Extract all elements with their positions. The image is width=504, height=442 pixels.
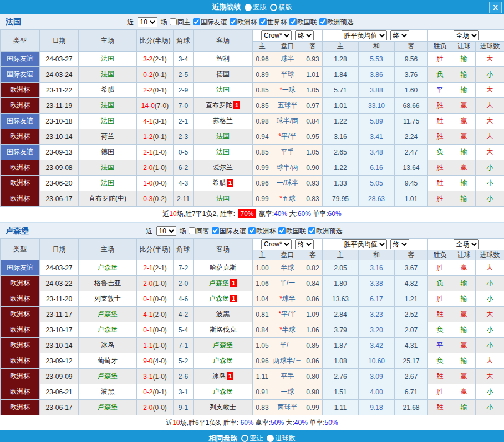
away-team-cell: 法国	[194, 145, 253, 160]
asian-handicap-label[interactable]: 亚让	[250, 434, 263, 442]
handicap-cell: 半球	[272, 67, 303, 83]
result-cell: 负	[428, 322, 452, 338]
competition-label: 欧洲杯	[237, 18, 257, 26]
odds-dd-cell: 胜平负均值终	[323, 239, 428, 250]
final-select[interactable]: 终	[390, 239, 409, 249]
horizontal-layout-label[interactable]: 横版	[279, 3, 292, 12]
score-cell: 2-0(1-0)	[137, 276, 174, 291]
away-team-name: 希腊	[212, 179, 226, 187]
handicap-text: 一/球半	[277, 179, 298, 187]
home-team-name: 列支敦士	[94, 295, 121, 302]
filter-near-label: 近	[127, 18, 135, 26]
handicap-result-cell: 赢	[452, 338, 476, 353]
away-odds-cell: 0.99	[303, 400, 323, 415]
match-type-cell: 欧洲杯	[1, 276, 40, 291]
home-odds-cell: 1.06	[253, 276, 272, 291]
final-select[interactable]: 终	[295, 239, 314, 249]
handicap-text: 半球	[282, 326, 296, 333]
handicap-result-cell: 输	[452, 191, 476, 207]
handicap-result-cell: 赢	[452, 98, 476, 114]
score-cell: 1-2(0-1)	[137, 129, 174, 145]
summary-count: 10	[169, 210, 176, 218]
summary-value: 50%	[325, 419, 338, 426]
vertical-layout-label[interactable]: 竖版	[253, 3, 267, 12]
competition-label: 世界杯	[267, 18, 287, 26]
match-count-select[interactable]: 10	[138, 17, 157, 27]
handicap-text: 两球半/三	[273, 357, 302, 364]
score-cell: 4-1(3-1)	[137, 114, 174, 129]
competition-checkbox[interactable]	[278, 227, 286, 234]
goals-result-cell: 大	[476, 83, 504, 98]
away-team-cell: 法国	[194, 129, 253, 145]
handicap-cell: 半球	[272, 260, 303, 276]
competition-checkbox[interactable]	[289, 18, 297, 25]
draw-odds-cell: 3.88	[359, 83, 395, 98]
result-cell: 平	[428, 338, 452, 353]
summary-lead: 近	[162, 210, 169, 218]
match-row: 欧洲杯23-10-14冰岛1-1(1-0)7-1卢森堡1.05半/一0.851.…	[1, 338, 504, 353]
odds-avg-select[interactable]: 胜平负均值	[342, 239, 387, 249]
col-date: 日期	[40, 30, 79, 52]
match-date-cell: 23-09-09	[40, 369, 79, 384]
match-type-cell: 欧洲杯	[1, 322, 40, 338]
match-type-cell: 欧洲杯	[1, 176, 40, 191]
home-odds-cell: 0.85	[253, 98, 272, 114]
vertical-layout-radio[interactable]	[245, 4, 252, 11]
horizontal-layout-radio[interactable]	[270, 4, 277, 11]
competition-checkbox[interactable]	[230, 18, 237, 25]
competition-checkbox[interactable]	[193, 18, 200, 25]
competition-checkbox[interactable]	[248, 227, 256, 234]
fulltime-score: 3-1	[143, 373, 152, 381]
result-cell: 胜	[428, 291, 452, 307]
handicap-cell: 半/一	[272, 338, 303, 353]
summary-value: 60%	[328, 210, 342, 218]
home-team-cell: 卢森堡	[79, 260, 137, 276]
draw-odds-cell: 9.18	[359, 400, 395, 415]
odds-avg-select[interactable]: 胜平负均值	[342, 30, 387, 40]
competition-checkbox[interactable]	[259, 18, 267, 25]
match-date-cell: 23-06-21	[40, 384, 79, 400]
final-select[interactable]: 终	[295, 30, 314, 40]
home-team-name: 葡萄牙	[98, 357, 118, 364]
goals-label[interactable]: 进球数	[276, 434, 296, 442]
col-home: 主场	[79, 239, 137, 260]
match-date-cell: 24-03-24	[40, 67, 79, 83]
match-row: 欧洲杯23-06-17卢森堡2-0(0-0)9-1列支敦士0.83两球半0.99…	[1, 400, 504, 415]
goals-radio[interactable]	[267, 435, 274, 442]
handicap-result-cell: 输	[452, 83, 476, 98]
sub-result: 胜负	[428, 42, 452, 52]
competition-checkbox[interactable]	[319, 18, 327, 25]
match-date-cell: 23-06-17	[40, 191, 79, 207]
halftime-score: (0-0)	[153, 179, 167, 187]
bookmaker-select[interactable]: Crow*	[261, 239, 292, 249]
fulltime-select[interactable]: 全场	[454, 239, 479, 249]
win-odds-cell: 1.87	[323, 338, 359, 353]
win-odds-cell: 5.71	[323, 83, 359, 98]
match-type-cell: 欧洲杯	[1, 338, 40, 353]
competition-label: 欧洲预选	[327, 18, 354, 26]
same-venue-checkbox[interactable]	[189, 227, 196, 234]
sub-let: 让球	[452, 42, 476, 52]
bookmaker-select[interactable]: Crow*	[261, 30, 292, 40]
bottom-bar: 相同盘路 亚让 进球数	[0, 430, 504, 442]
home-team-cell: 直布罗陀(中)	[79, 191, 137, 207]
match-count-select[interactable]: 10	[156, 226, 176, 236]
away-odds-cell: 0.97	[303, 98, 323, 114]
home-team-name: 法国	[101, 70, 114, 78]
final-select[interactable]: 终	[390, 30, 409, 40]
draw-odds-cell: 6.16	[359, 160, 395, 176]
same-venue-checkbox[interactable]	[170, 18, 177, 25]
home-team-cell: 葡萄牙	[79, 353, 137, 369]
competition-checkbox[interactable]	[308, 227, 315, 234]
match-row: 欧洲杯23-09-09卢森堡3-1(1-0)2-6冰岛11.11平手0.802.…	[1, 369, 504, 384]
match-date-cell: 24-03-22	[40, 276, 79, 291]
fulltime-select[interactable]: 全场	[454, 30, 479, 40]
competition-checkbox[interactable]	[212, 227, 219, 234]
handicap-result-cell: 赢	[452, 384, 476, 400]
asian-handicap-radio[interactable]	[241, 435, 248, 442]
handicap-cell: 一/球半	[272, 176, 303, 191]
home-team-cell: 希腊	[79, 83, 137, 98]
close-icon[interactable]: X	[489, 2, 502, 13]
handicap-cell: 一球	[272, 384, 303, 400]
away-team-cell: 法国	[194, 191, 253, 207]
